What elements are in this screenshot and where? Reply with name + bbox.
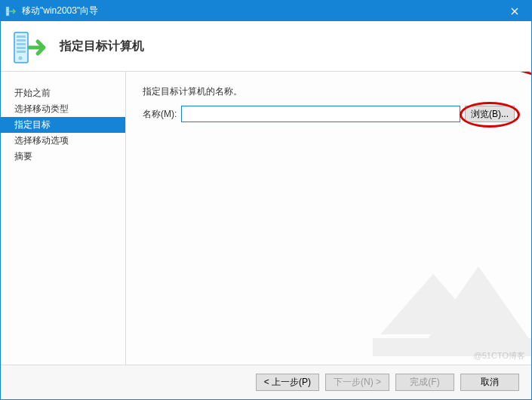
sidebar-step-1[interactable]: 选择移动类型 xyxy=(1,101,125,117)
sidebar-step-2[interactable]: 指定目标 xyxy=(1,117,125,133)
next-button: 下一步(N) > xyxy=(325,374,389,391)
browse-button-label: 浏览(B)... xyxy=(471,108,509,121)
sidebar-step-0[interactable]: 开始之前 xyxy=(1,85,125,101)
browse-button[interactable]: 浏览(B)... xyxy=(465,106,515,122)
name-row: 名称(M): 浏览(B)... xyxy=(143,106,515,122)
finish-button: 完成(F) xyxy=(395,374,454,391)
content-instruction: 指定目标计算机的名称。 xyxy=(143,85,515,98)
watermark-text: @51CTO博客 xyxy=(474,350,525,362)
svg-point-10 xyxy=(19,57,23,60)
sidebar-step-3[interactable]: 选择移动选项 xyxy=(1,133,125,149)
svg-rect-13 xyxy=(373,338,531,356)
finish-button-label: 完成(F) xyxy=(410,377,439,387)
svg-rect-5 xyxy=(17,35,26,38)
wizard-content: 指定目标计算机的名称。 名称(M): 浏览(B)... xyxy=(126,72,531,365)
svg-rect-9 xyxy=(17,51,26,53)
header-server-move-icon xyxy=(11,28,48,64)
app-icon xyxy=(5,5,17,17)
next-button-label: 下一步(N) > xyxy=(334,377,381,387)
wizard-window: 移动"win2003"向导 指定目标计算机 开始之前选择 xyxy=(0,0,532,400)
svg-marker-12 xyxy=(426,266,531,342)
name-label: 名称(M): xyxy=(143,108,177,121)
close-button[interactable] xyxy=(498,1,531,21)
svg-point-3 xyxy=(7,11,8,12)
window-title: 移动"win2003"向导 xyxy=(22,5,98,17)
svg-rect-8 xyxy=(17,47,26,49)
wizard-header: 指定目标计算机 xyxy=(1,21,531,72)
wizard-body: 开始之前选择移动类型指定目标选择移动选项摘要 指定目标计算机的名称。 名称(M)… xyxy=(1,72,531,365)
svg-point-1 xyxy=(7,8,8,8)
window-controls xyxy=(498,1,531,21)
cancel-button[interactable]: 取消 xyxy=(460,374,519,391)
page-title: 指定目标计算机 xyxy=(60,38,144,54)
wizard-footer: < 上一步(P) 下一步(N) > 完成(F) 取消 xyxy=(1,365,531,399)
watermark-graphic xyxy=(365,229,531,365)
cancel-button-label: 取消 xyxy=(481,377,499,387)
previous-button[interactable]: < 上一步(P) xyxy=(256,374,319,391)
titlebar: 移动"win2003"向导 xyxy=(1,1,531,21)
wizard-steps-sidebar: 开始之前选择移动类型指定目标选择移动选项摘要 xyxy=(1,72,126,365)
svg-marker-11 xyxy=(380,274,486,334)
sidebar-step-4[interactable]: 摘要 xyxy=(1,149,125,165)
svg-rect-6 xyxy=(17,39,26,42)
svg-rect-0 xyxy=(6,7,9,16)
previous-button-label: < 上一步(P) xyxy=(264,377,311,387)
close-icon xyxy=(510,7,519,16)
svg-rect-7 xyxy=(17,43,26,45)
svg-point-2 xyxy=(7,10,8,11)
name-input[interactable] xyxy=(181,106,460,122)
